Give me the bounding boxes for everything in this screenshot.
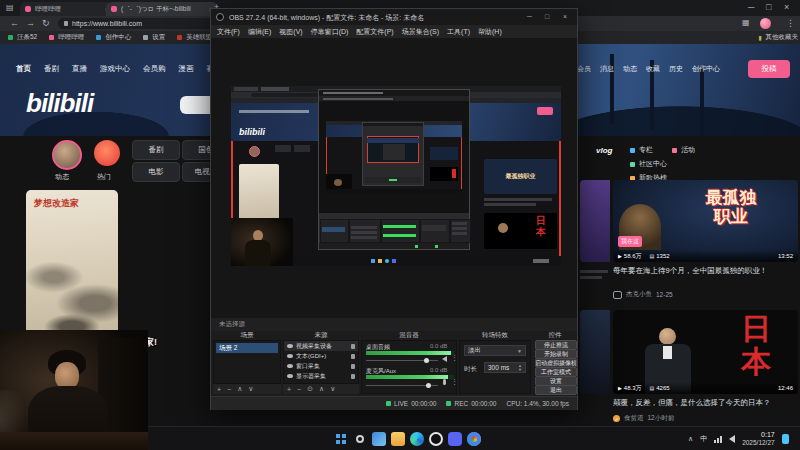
mixer-dock-header[interactable]: 混音器 [361,331,457,340]
menu-file[interactable]: 文件(F) [217,27,240,37]
menu-tools[interactable]: 工具(T) [447,27,470,37]
add-source-icon[interactable]: + [287,386,291,393]
speaker-icon[interactable] [442,356,447,362]
transition-select[interactable]: 淡出 ▼ [464,345,526,356]
menu-scene-collection[interactable]: 场景集合(S) [402,27,439,37]
profile-avatar[interactable] [760,18,771,29]
quick-link-community[interactable]: 社区中心 [630,159,667,169]
nav-shop[interactable]: 会员购 [143,64,166,74]
visibility-eye-icon[interactable] [287,374,293,378]
obs-icon[interactable] [429,432,443,446]
menu-view[interactable]: 视图(V) [279,27,302,37]
volume-slider[interactable] [366,360,438,361]
browser-menu-icon[interactable]: ⋮ [786,18,795,28]
nav-favorites[interactable]: 收藏 [646,64,660,74]
upload-button[interactable]: 投稿 [748,60,790,78]
controls-dock-header[interactable]: 控件 [533,331,577,340]
menu-help[interactable]: 帮助(H) [478,27,502,37]
transitions-dock-header[interactable]: 转场特效 [459,331,531,340]
vlog-label[interactable]: vlog [596,146,612,155]
duration-spinner[interactable]: 300 ms ▲▼ [484,362,526,373]
partial-thumbnail[interactable] [580,310,610,394]
uploader-row[interactable]: 杰克小鱼12-25 [613,290,673,299]
scenes-dock-header[interactable]: 场景 [213,331,281,340]
mixer-kebab-icon[interactable]: ⋮ [451,378,458,386]
obs-close-button[interactable]: × [563,13,567,20]
volume-icon[interactable] [729,435,735,443]
browser-tab-2-active[interactable]: (゜-゜)つロ 干杯~-bilibili × [106,2,218,16]
visibility-eye-icon[interactable] [287,364,293,368]
nav-bangumi[interactable]: 番剧 [44,64,59,74]
bookmark-item[interactable]: 英雄联盟 [177,33,212,42]
mic-icon[interactable] [443,379,446,385]
nav-game-center[interactable]: 游戏中心 [100,64,130,74]
obs-maximize-button[interactable]: □ [545,13,549,20]
file-explorer-icon[interactable] [391,432,405,446]
nav-creator-center[interactable]: 创作中心 [692,64,720,74]
source-down-icon[interactable]: ∨ [330,385,335,393]
rail-dynamic-label[interactable]: 动态 [55,172,69,182]
obs-canvas-mirror[interactable]: bilibili 最孤独职业 日本 [231,86,561,266]
video-card[interactable]: 日本 ▶48.3万 ▤4265 12:46 [613,310,798,394]
chrome-icon[interactable] [467,432,481,446]
lock-icon[interactable] [351,374,355,379]
rail-avatar[interactable] [52,140,82,170]
nav-history[interactable]: 历史 [669,64,683,74]
window-maximize-button[interactable]: □ [766,2,771,12]
notification-badge[interactable] [782,434,789,444]
bookmark-item[interactable]: 设置 [143,33,165,42]
tray-chevron-icon[interactable]: ∧ [688,435,693,443]
scene-item-selected[interactable]: 场景 2 [216,343,278,353]
nav-live[interactable]: 直播 [72,64,87,74]
search-icon[interactable] [356,435,364,443]
obs-minimize-button[interactable]: ─ [527,13,532,20]
source-item[interactable]: 窗口采集 [284,361,358,371]
source-up-icon[interactable]: ∧ [319,385,324,393]
nav-home[interactable]: 首页 [16,64,31,74]
widgets-icon[interactable] [372,432,386,446]
video-title[interactable]: 颠覆，反差，但痛，是什么选择了今天的日本？ [613,398,798,409]
extensions-icon[interactable]: ▦ [742,18,750,27]
menu-edit[interactable]: 编辑(E) [248,27,271,37]
scene-up-icon[interactable]: ∧ [237,385,242,393]
menu-docks[interactable]: 停靠窗口(D) [311,27,349,37]
spinner-arrows-icon[interactable]: ▲▼ [518,364,522,372]
ime-indicator[interactable]: 中 [700,434,707,444]
window-close-button[interactable]: × [784,2,789,12]
volume-slider[interactable] [366,385,438,386]
lock-icon[interactable] [351,354,355,359]
menu-profile[interactable]: 配置文件(P) [356,27,393,37]
refresh-icon[interactable]: ↻ [42,18,50,28]
lock-icon[interactable] [351,344,355,349]
window-minimize-button[interactable]: ─ [748,2,754,12]
source-item[interactable]: 文本(GDI+) [284,351,358,361]
category-movie[interactable]: 电影 [132,162,180,182]
remove-scene-icon[interactable]: − [227,386,231,393]
add-scene-icon[interactable]: + [217,386,221,393]
vertical-tabs-icon[interactable]: ▤ [6,3,14,12]
bookmark-item[interactable]: 汪条52 [8,33,37,42]
category-bangumi[interactable]: 番剧 [132,140,180,160]
back-icon[interactable]: ← [10,18,19,28]
start-button[interactable] [334,432,348,446]
quick-link-article[interactable]: 专栏 [630,145,653,155]
clock[interactable]: 0:17 2025/12/27 [742,431,775,447]
nav-messages[interactable]: 消息 [600,64,614,74]
partial-thumbnail[interactable] [580,180,610,262]
edge-icon[interactable] [410,432,424,446]
nav-manga[interactable]: 漫画 [179,64,194,74]
network-icon[interactable] [714,436,722,443]
obs-titlebar[interactable]: OBS 27.2.4 (64-bit, windows) - 配置文件: 未命名… [211,9,577,25]
bookmark-item[interactable]: 创作中心 [96,33,131,42]
quick-link-activity[interactable]: 活动 [672,145,695,155]
promo-card[interactable]: 梦想改造家 [26,190,118,335]
bilibili-logo[interactable]: bilibili [26,88,93,119]
forward-icon[interactable]: → [26,18,35,28]
mixer-kebab-icon[interactable]: ⋮ [451,354,458,362]
remove-source-icon[interactable]: − [297,386,301,393]
visibility-eye-icon[interactable] [287,344,293,348]
video-title[interactable]: 每年要在海上待9个月，全中国最孤独的职业！ [613,266,798,287]
visibility-eye-icon[interactable] [287,354,293,358]
obs-preview-area[interactable]: bilibili 最孤独职业 日本 [211,38,577,317]
exit-button[interactable]: 退出 [535,385,577,395]
